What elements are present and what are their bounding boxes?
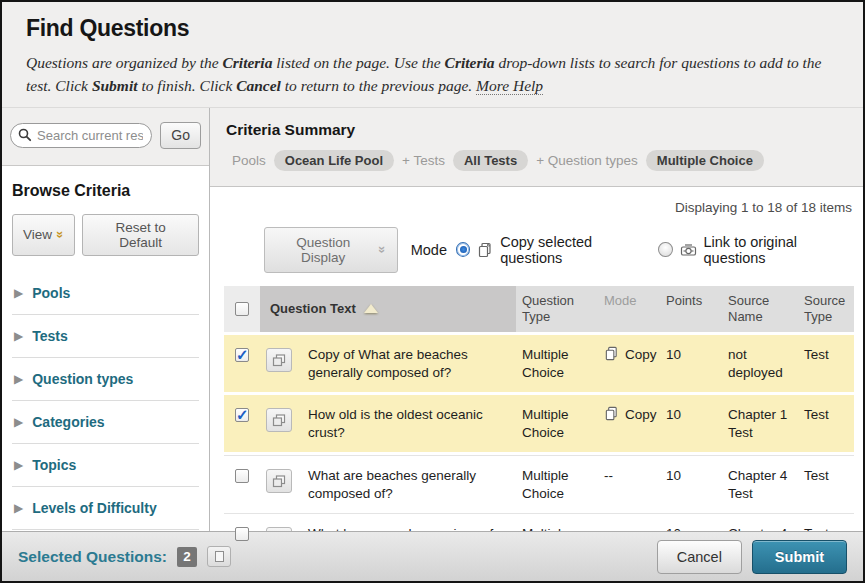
- sidebar-item-tests[interactable]: ▶Tests: [12, 315, 199, 358]
- view-button[interactable]: View »: [12, 214, 75, 256]
- mode-value: Copy: [625, 346, 657, 364]
- overlapping-squares-icon: [272, 354, 286, 367]
- question-type: Multiple Choice: [516, 400, 598, 447]
- criteria-summary-title: Criteria Summary: [226, 121, 847, 139]
- search-icon: [18, 128, 32, 142]
- filter-name-tests: + Tests: [402, 153, 445, 168]
- row-checkbox[interactable]: [235, 469, 249, 483]
- selected-questions-label: Selected Questions:: [18, 548, 167, 566]
- page-intro: Questions are organized by the Criteria …: [26, 51, 839, 98]
- cancel-button[interactable]: Cancel: [657, 540, 742, 574]
- row-checkbox[interactable]: [235, 348, 249, 362]
- submit-button[interactable]: Submit: [752, 540, 847, 574]
- sidebar-item-levels-of-difficulty[interactable]: ▶Levels of Difficulty: [12, 487, 199, 530]
- sidebar-item-question-types[interactable]: ▶Question types: [12, 358, 199, 401]
- sidebar: Go Browse Criteria View » Reset to Defau…: [2, 108, 210, 532]
- page-title: Find Questions: [26, 15, 839, 42]
- question-type: Multiple Choice: [516, 340, 598, 387]
- preview-question-button[interactable]: [266, 348, 292, 372]
- preview-question-button[interactable]: [266, 408, 292, 432]
- sort-ascending-icon: [364, 304, 378, 313]
- select-all-checkbox[interactable]: [235, 302, 249, 316]
- intro-bold-cancel: Cancel: [236, 77, 281, 94]
- expand-triangle-icon: ▶: [14, 502, 23, 514]
- sidebar-item-topics[interactable]: ▶Topics: [12, 444, 199, 487]
- column-header-mode: Mode: [598, 286, 660, 333]
- mode-value: Copy: [625, 406, 657, 424]
- radio-link[interactable]: [658, 242, 672, 257]
- filter-pill-ocean-life-pool: Ocean Life Pool: [274, 150, 394, 171]
- expand-triangle-icon: ▶: [14, 287, 23, 299]
- table-header-row: Question Text Question Type Mode Points …: [224, 286, 854, 333]
- source-name: Chapter 4 Test: [722, 461, 798, 508]
- points-value: 10: [660, 400, 722, 447]
- expand-triangle-icon: ▶: [14, 330, 23, 342]
- preview-question-button[interactable]: [266, 469, 292, 493]
- chevron-down-double-icon: »: [377, 246, 390, 253]
- search-band: Go: [2, 108, 209, 166]
- source-name: not deployed: [722, 340, 798, 387]
- show-selected-list-button[interactable]: [207, 546, 231, 567]
- source-type: Test: [798, 461, 854, 508]
- radio-copy[interactable]: [456, 242, 470, 257]
- list-icon: [215, 551, 224, 562]
- browse-criteria-title: Browse Criteria: [12, 182, 199, 200]
- copy-icon: [477, 242, 493, 258]
- displaying-count: Displaying 1 to 18 of 18 items: [224, 200, 852, 215]
- criteria-summary: Criteria Summary Pools Ocean Life Pool +…: [210, 108, 863, 187]
- copy-icon: [604, 346, 619, 361]
- source-name: Chapter 1 Test: [722, 400, 798, 447]
- filter-name-question-types: + Question types: [536, 153, 638, 168]
- link-icon: [680, 242, 697, 258]
- intro-bold-criteria: Criteria: [222, 54, 272, 71]
- question-text: How old is the oldest oceanic crust?: [298, 400, 516, 447]
- intro-bold-criteria-2: Criteria: [445, 54, 495, 71]
- intro-bold-submit: Submit: [92, 77, 138, 94]
- question-text: What are beaches generally composed of?: [298, 461, 516, 508]
- chevron-down-double-icon: »: [54, 231, 67, 238]
- table-row: What are beaches generally composed of? …: [224, 455, 854, 513]
- row-checkbox[interactable]: [235, 408, 249, 422]
- expand-triangle-icon: ▶: [14, 373, 23, 385]
- page-header: Find Questions Questions are organized b…: [2, 2, 863, 108]
- row-checkbox[interactable]: [235, 527, 249, 541]
- action-bar: Selected Questions: 2 Cancel Submit: [2, 531, 863, 581]
- reset-to-default-button[interactable]: Reset to Default: [82, 214, 199, 256]
- sidebar-item-categories[interactable]: ▶Categories: [12, 401, 199, 444]
- mode-label: Mode: [411, 242, 447, 258]
- column-header-source-name[interactable]: Source Name: [722, 286, 798, 333]
- sidebar-item-pools[interactable]: ▶Pools: [12, 272, 199, 315]
- question-display-dropdown[interactable]: Question Display »: [264, 227, 398, 273]
- expand-triangle-icon: ▶: [14, 416, 23, 428]
- column-header-question-type[interactable]: Question Type: [516, 286, 598, 333]
- filter-pill-multiple-choice: Multiple Choice: [646, 150, 764, 171]
- main-content: Criteria Summary Pools Ocean Life Pool +…: [210, 108, 863, 532]
- expand-triangle-icon: ▶: [14, 459, 23, 471]
- table-row: Copy of What are beaches generally compo…: [224, 335, 854, 392]
- selected-count-badge: 2: [177, 547, 197, 567]
- table-row: How old is the oldest oceanic crust? Mul…: [224, 395, 854, 452]
- overlapping-squares-icon: [272, 475, 286, 488]
- question-type: Multiple Choice: [516, 461, 598, 508]
- points-value: 10: [660, 340, 722, 387]
- mode-option-link[interactable]: Link to original questions: [658, 234, 854, 266]
- more-help-link[interactable]: More Help: [476, 77, 543, 95]
- source-type: Test: [798, 340, 854, 387]
- column-header-question-text[interactable]: Question Text: [260, 286, 516, 333]
- mode-option-copy[interactable]: Copy selected questions: [456, 234, 649, 266]
- browse-criteria-list: ▶Pools ▶Tests ▶Question types ▶Categorie…: [12, 272, 199, 573]
- filter-pill-all-tests: All Tests: [453, 150, 528, 171]
- overlapping-squares-icon: [272, 414, 286, 427]
- mode-value: --: [604, 467, 613, 485]
- go-button[interactable]: Go: [160, 122, 201, 149]
- column-header-source-type[interactable]: Source Type: [798, 286, 854, 333]
- copy-icon: [604, 406, 619, 421]
- points-value: 10: [660, 461, 722, 508]
- question-text: Copy of What are beaches generally compo…: [298, 340, 516, 387]
- column-header-points[interactable]: Points: [660, 286, 722, 333]
- intro-text: Questions are organized by the: [26, 54, 222, 71]
- source-type: Test: [798, 400, 854, 447]
- filter-name-pools: Pools: [232, 153, 266, 168]
